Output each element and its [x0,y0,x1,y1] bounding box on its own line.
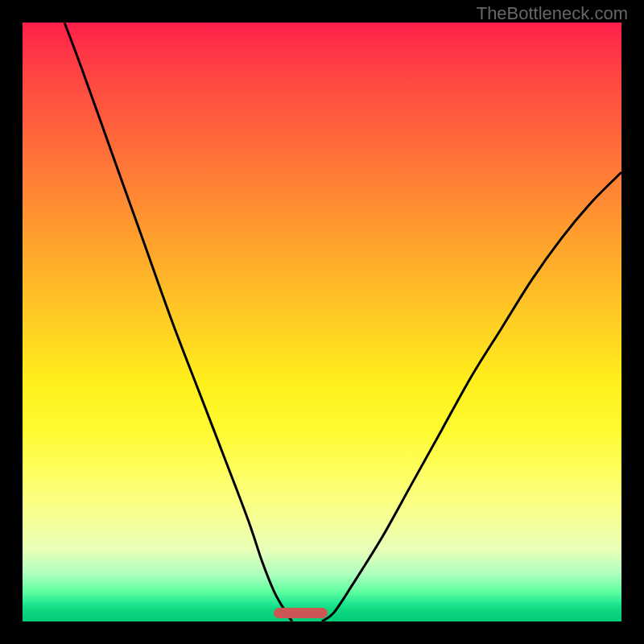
curves-svg [23,23,621,621]
right-curve-path [322,172,621,621]
chart-container [23,23,621,621]
optimal-marker [274,608,328,618]
watermark-text: TheBottleneck.com [477,3,628,24]
left-curve-path [64,23,292,621]
